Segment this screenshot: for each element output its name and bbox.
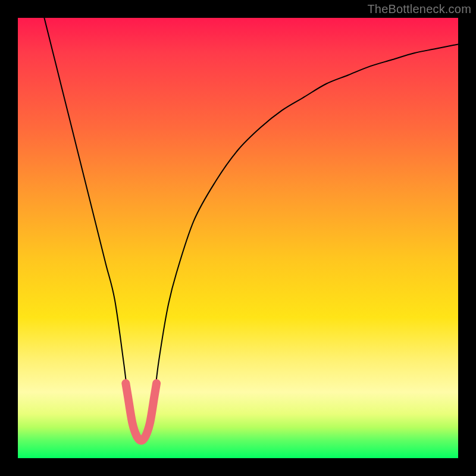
watermark-text: TheBottleneck.com bbox=[367, 2, 471, 16]
valley-highlight bbox=[126, 383, 156, 440]
chart-frame: TheBottleneck.com bbox=[0, 0, 476, 476]
chart-svg bbox=[18, 18, 458, 458]
chart-plot-area bbox=[18, 18, 458, 458]
bottleneck-curve bbox=[44, 18, 458, 440]
